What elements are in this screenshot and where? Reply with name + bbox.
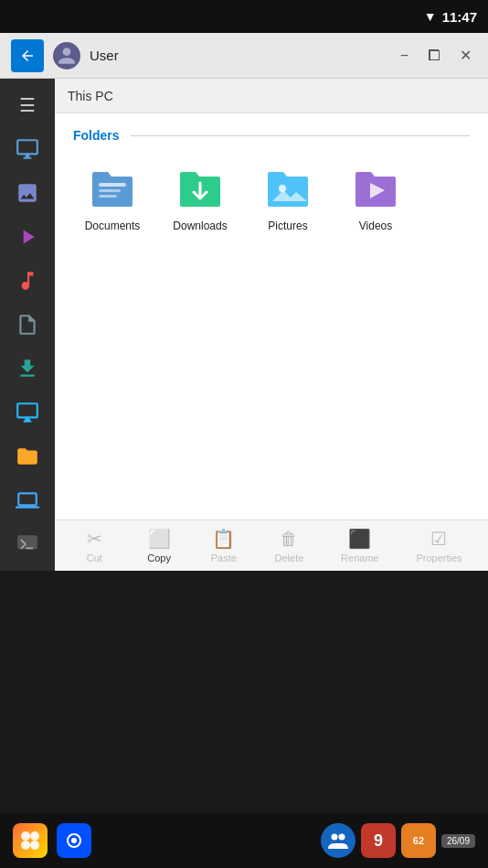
breadcrumb: This PC xyxy=(68,89,113,103)
cut-button[interactable]: ✂ Cut xyxy=(71,524,117,567)
documents-folder-label: Documents xyxy=(85,220,141,232)
title-username: User xyxy=(90,48,386,63)
folder-item-videos[interactable]: Videos xyxy=(336,159,415,238)
folder-item-documents[interactable]: Documents xyxy=(73,159,152,238)
game-app[interactable]: 9 xyxy=(361,823,396,858)
sidebar: ☰ xyxy=(0,79,55,571)
sidebar-item-video[interactable] xyxy=(8,218,47,256)
properties-label: Properties xyxy=(416,552,461,563)
monitor-icon xyxy=(16,137,39,161)
maximize-button[interactable]: ⧠ xyxy=(421,46,447,66)
system-right-apps: 9 62 26/09 xyxy=(321,823,475,858)
videos-folder-label: Videos xyxy=(359,220,392,232)
folders-grid: Documents Downloads xyxy=(73,159,470,238)
rename-label: Rename xyxy=(341,552,379,563)
app-content: ☰ xyxy=(0,79,488,571)
camera-icon xyxy=(62,829,86,852)
document-icon xyxy=(16,313,39,337)
paste-label: Paste xyxy=(211,552,237,563)
cut-icon: ✂ xyxy=(87,528,102,550)
delete-label: Delete xyxy=(275,552,304,563)
terminal-icon xyxy=(16,532,39,556)
rename-icon: ⬛ xyxy=(348,528,371,550)
store-label: 62 xyxy=(413,835,424,846)
breadcrumb-bar: This PC xyxy=(55,79,488,113)
date-text: 26/09 xyxy=(447,836,470,846)
folders-section-header: Folders xyxy=(73,128,470,143)
people-icon xyxy=(326,829,350,852)
folder-item-pictures[interactable]: Pictures xyxy=(249,159,327,238)
copy-label: Copy xyxy=(147,552,171,563)
svg-point-4 xyxy=(279,185,286,192)
properties-icon: ☑ xyxy=(430,528,447,550)
paste-icon: 📋 xyxy=(212,528,235,550)
sidebar-item-download[interactable] xyxy=(8,349,47,388)
wifi-icon: ▼ xyxy=(424,9,437,24)
svg-point-13 xyxy=(338,834,345,841)
store-app[interactable]: 62 xyxy=(401,823,436,858)
status-icons: ▼ 11:47 xyxy=(424,9,477,25)
downloads-folder-icon xyxy=(175,165,225,214)
launcher-app[interactable] xyxy=(13,823,48,858)
delete-button[interactable]: 🗑 Delete xyxy=(266,525,313,567)
main-panel: This PC Folders Documents xyxy=(55,79,488,571)
copy-button[interactable]: ⬜ Copy xyxy=(136,524,182,567)
section-divider xyxy=(131,135,470,136)
svg-rect-2 xyxy=(99,189,121,192)
sidebar-item-gallery[interactable] xyxy=(8,174,47,212)
date-badge[interactable]: 26/09 xyxy=(441,834,475,848)
downloads-folder-label: Downloads xyxy=(173,220,227,232)
rename-button[interactable]: ⬛ Rename xyxy=(332,524,388,567)
svg-point-9 xyxy=(30,841,39,850)
video-icon xyxy=(16,225,39,249)
music-icon xyxy=(16,269,39,293)
gallery-icon xyxy=(16,181,39,205)
launcher-icon xyxy=(18,829,42,852)
copy-icon: ⬜ xyxy=(148,528,171,550)
sidebar-item-desktop[interactable] xyxy=(8,393,47,432)
svg-point-12 xyxy=(331,834,337,841)
svg-rect-3 xyxy=(99,195,117,198)
paste-button[interactable]: 📋 Paste xyxy=(201,524,247,567)
content-area: Folders Documents xyxy=(55,113,488,520)
svg-point-6 xyxy=(21,831,30,841)
folders-section-title: Folders xyxy=(73,128,120,143)
sidebar-item-terminal[interactable] xyxy=(8,525,47,563)
sidebar-item-menu[interactable]: ☰ xyxy=(8,86,47,124)
status-time: 11:47 xyxy=(442,9,477,25)
sidebar-item-document[interactable] xyxy=(8,305,47,344)
folder-item-downloads[interactable]: Downloads xyxy=(161,159,239,238)
delete-icon: 🗑 xyxy=(280,529,298,550)
desktop-icon xyxy=(16,401,39,424)
download-icon xyxy=(16,357,39,380)
people-app[interactable] xyxy=(321,823,355,858)
documents-folder-icon xyxy=(88,165,137,214)
cut-label: Cut xyxy=(87,552,102,563)
hamburger-icon: ☰ xyxy=(19,94,36,116)
svg-point-11 xyxy=(71,838,77,843)
close-button[interactable]: ✕ xyxy=(454,45,477,66)
properties-button[interactable]: ☑ Properties xyxy=(407,524,471,567)
game-label: 9 xyxy=(374,831,383,851)
action-bar: ✂ Cut ⬜ Copy 📋 Paste 🗑 Delete ⬛ Rename ☑ xyxy=(55,520,488,571)
window-controls: − ⧠ ✕ xyxy=(395,45,477,66)
camera-app[interactable] xyxy=(57,823,91,858)
folder-icon xyxy=(16,445,39,468)
back-button[interactable] xyxy=(11,39,44,72)
svg-rect-1 xyxy=(99,183,126,187)
pictures-folder-icon xyxy=(263,165,313,214)
sidebar-item-folder[interactable] xyxy=(8,437,47,476)
sidebar-item-music[interactable] xyxy=(8,262,47,300)
sidebar-item-pc[interactable] xyxy=(8,481,47,520)
avatar xyxy=(53,42,80,70)
sidebar-item-monitor[interactable] xyxy=(8,130,47,168)
title-bar: User − ⧠ ✕ xyxy=(0,33,488,79)
status-bar: ▼ 11:47 xyxy=(0,0,488,33)
minimize-button[interactable]: − xyxy=(395,46,414,66)
system-bottom-bar: 9 62 26/09 xyxy=(0,813,488,868)
svg-rect-0 xyxy=(17,535,37,549)
videos-folder-icon xyxy=(351,165,400,214)
pc-icon xyxy=(16,488,39,512)
svg-point-8 xyxy=(21,841,30,850)
pictures-folder-label: Pictures xyxy=(268,220,307,232)
